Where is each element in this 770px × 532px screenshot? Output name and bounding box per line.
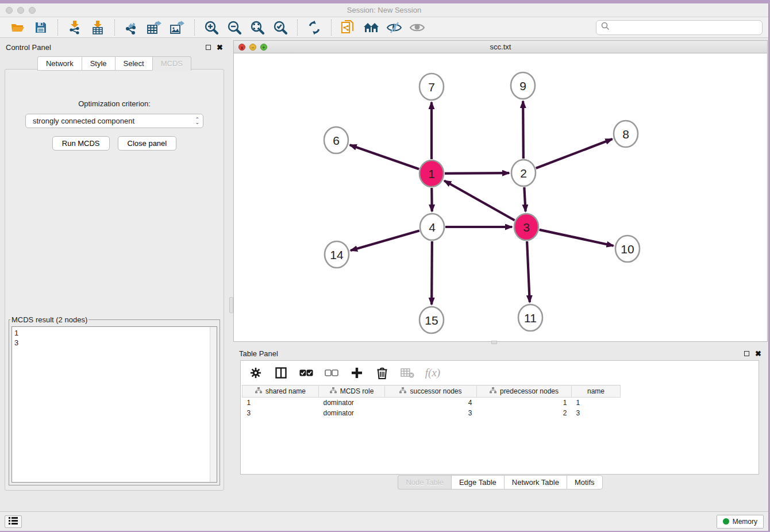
table-cell[interactable]: 3	[572, 408, 621, 418]
tab-motifs[interactable]: Motifs	[567, 475, 603, 489]
network-minimize-button[interactable]: −	[249, 44, 256, 51]
close-panel-icon[interactable]: ✖	[217, 44, 223, 51]
toolbar-separator	[331, 20, 332, 36]
graph-node-label: 4	[429, 221, 436, 234]
mcds-result-text: 1 3	[12, 327, 210, 482]
style-visibility-button[interactable]	[387, 20, 402, 35]
zoom-in-button[interactable]	[204, 20, 219, 35]
graph-node-label: 9	[519, 79, 526, 92]
graph-edge-1-6[interactable]	[350, 145, 419, 169]
show-columns-button[interactable]	[274, 366, 288, 380]
export-image-button[interactable]	[170, 20, 185, 35]
tab-network[interactable]: Network	[37, 56, 82, 71]
home-networks-button[interactable]	[364, 20, 379, 35]
tab-mcds[interactable]: MCDS	[152, 56, 191, 71]
delete-column-button[interactable]	[375, 366, 389, 380]
table-cell[interactable]: 1	[242, 398, 319, 408]
column-header-shared-name[interactable]: shared name	[242, 385, 319, 398]
tab-select[interactable]: Select	[115, 56, 152, 71]
apply-layout-button[interactable]	[307, 20, 322, 35]
column-header-successor-nodes[interactable]: successor nodes	[385, 385, 477, 398]
fit-content-button[interactable]	[250, 20, 265, 35]
network-window-title: scc.txt	[234, 43, 767, 51]
delete-table-button[interactable]	[401, 366, 414, 380]
search-input[interactable]	[613, 23, 757, 32]
add-column-button[interactable]	[350, 366, 364, 380]
table-settings-button[interactable]	[249, 366, 263, 380]
graph-edge-3-11[interactable]	[527, 241, 530, 302]
tab-style[interactable]: Style	[82, 56, 115, 71]
tab-edge-table[interactable]: Edge Table	[451, 475, 504, 489]
graph-edge-4-14[interactable]	[351, 230, 419, 250]
network-graph[interactable]: 7968124314101511	[234, 53, 767, 341]
tab-network-table[interactable]: Network Table	[504, 475, 567, 489]
network-maximize-button[interactable]: +	[260, 44, 267, 51]
float-panel-icon[interactable]	[206, 45, 211, 50]
table-cell[interactable]: dominator	[319, 398, 385, 408]
network-close-button[interactable]: x	[238, 44, 245, 51]
graph-edge-4-15[interactable]	[432, 241, 432, 304]
graph-edge-1-2[interactable]	[445, 173, 509, 174]
tab-node-table[interactable]: Node Table	[398, 475, 451, 489]
zoom-out-button[interactable]	[227, 20, 242, 35]
checked-boxes-icon	[299, 369, 313, 377]
search-box[interactable]	[596, 20, 763, 35]
column-header-MCDS-role[interactable]: MCDS role	[319, 385, 385, 398]
export-table-icon	[147, 21, 162, 34]
close-table-panel-icon[interactable]: ✖	[755, 350, 761, 357]
network-canvas[interactable]: 7968124314101511	[234, 53, 767, 341]
graph-edge-2-8[interactable]	[536, 139, 613, 168]
zoom-selected-button[interactable]	[273, 20, 288, 35]
table-row[interactable]: 1dominator411	[242, 398, 621, 408]
export-table-button[interactable]	[147, 20, 162, 35]
deselect-all-button[interactable]	[325, 366, 338, 380]
table-cell[interactable]: 3	[242, 408, 319, 418]
graph-edge-2-3[interactable]	[524, 187, 525, 211]
table-cell[interactable]: 3	[385, 408, 477, 418]
function-builder-button[interactable]: f(x)	[426, 366, 440, 380]
column-header-predecessor-nodes[interactable]: predecessor nodes	[477, 385, 572, 398]
import-table-button[interactable]	[90, 20, 105, 35]
table-cell[interactable]: dominator	[319, 408, 385, 418]
table-row[interactable]: 3dominator323	[242, 408, 621, 418]
vertical-splitter-handle[interactable]	[229, 297, 233, 313]
graph-edge-3-10[interactable]	[540, 230, 614, 246]
memory-button[interactable]: Memory	[717, 515, 764, 529]
result-scrollbar[interactable]	[210, 327, 217, 482]
save-session-button[interactable]	[33, 20, 48, 35]
hierarchy-icon	[490, 387, 496, 395]
select-all-button[interactable]	[299, 366, 313, 380]
control-panel-header: Control Panel ✖	[0, 40, 229, 54]
optimization-criterion-select[interactable]: strongly connected component ⌃⌄	[25, 114, 203, 128]
control-panel-title: Control Panel	[6, 43, 51, 52]
duplicate-network-button[interactable]	[341, 20, 356, 35]
mcds-result-box: MCDS result (2 nodes) 1 3	[9, 315, 220, 485]
close-panel-button[interactable]: Close panel	[118, 136, 177, 151]
network-view-window: scc.txt x − + 7968124314101511	[233, 40, 768, 342]
task-history-button[interactable]	[5, 515, 22, 528]
show-graphics-button[interactable]	[410, 20, 425, 35]
selected-option-label: strongly connected component	[33, 117, 134, 125]
table-cell[interactable]: 2	[477, 408, 572, 418]
hierarchy-icon	[399, 387, 406, 395]
table-cell[interactable]: 1	[572, 398, 621, 408]
duplicate-network-icon	[341, 20, 355, 35]
float-table-panel-icon[interactable]	[744, 351, 749, 356]
column-header-name[interactable]: name	[572, 385, 621, 398]
graph-edge-2-9[interactable]	[523, 101, 523, 159]
network-window-titlebar[interactable]: scc.txt x − +	[234, 41, 767, 53]
import-network-button[interactable]	[67, 20, 82, 35]
unchecked-boxes-icon	[325, 369, 338, 377]
trash-icon	[377, 367, 387, 379]
run-mcds-button[interactable]: Run MCDS	[52, 136, 110, 151]
column-label: MCDS role	[340, 387, 374, 395]
table-cell[interactable]: 1	[477, 398, 572, 408]
toolbar-separator	[194, 20, 195, 36]
horizontal-splitter-handle[interactable]	[491, 341, 497, 344]
table-cell[interactable]: 4	[385, 398, 477, 408]
import-network-icon	[68, 21, 81, 34]
graph-edge-3-1[interactable]	[444, 180, 514, 220]
export-network-button[interactable]	[124, 20, 139, 35]
open-session-button[interactable]	[10, 20, 25, 35]
select-chevrons-icon: ⌃⌄	[195, 118, 199, 124]
